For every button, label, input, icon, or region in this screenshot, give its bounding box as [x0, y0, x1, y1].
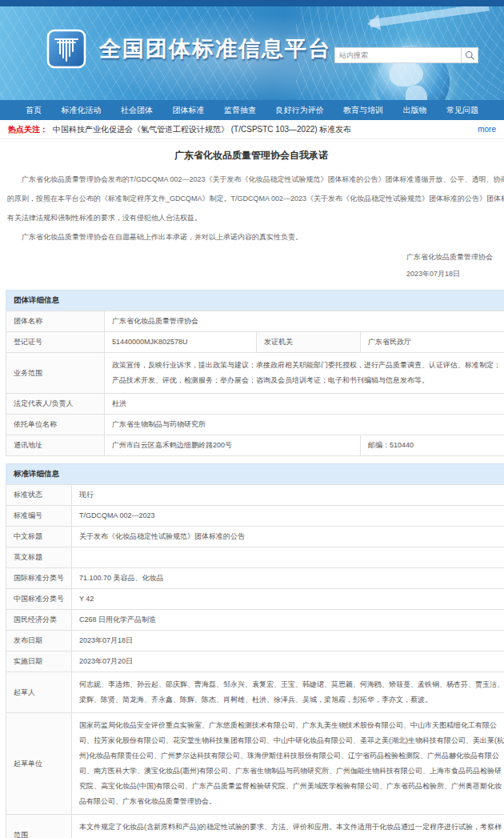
table-row: 起草单位 国家药监局化妆品安全评价重点实验室、广东悠质检测技术有限公司、广东丸美… — [6, 713, 504, 815]
signature-date: 2023年07月18日 — [406, 266, 504, 283]
section-header-group-info: 团体详细信息 — [6, 290, 504, 311]
hot-topics-label: 热点关注： — [8, 124, 48, 135]
field-label: 国际标准分类号 — [6, 568, 72, 589]
table-row: 起草人 何志妮、李适炜、孙云起、邵庆辉、曹海磊、邹永兴、袁复宏、王宝、韩婕珺、莫… — [6, 672, 504, 713]
field-value: 广东省生物制品与药物研究所 — [105, 415, 504, 435]
table-row: 国民经济分类 C268 日用化学产品制造 — [6, 610, 504, 631]
standard-info-table: 标准状态 现行 标准编号 T/GDCQMA 002—2023 中文标题 关于发布… — [6, 484, 504, 838]
nav-item-social-groups[interactable]: 社会团体 — [118, 105, 156, 116]
table-row: 英文标题 — [6, 547, 504, 568]
nav-item-home[interactable]: 首页 — [22, 105, 45, 116]
nav-item-faq[interactable]: 常见问题 — [443, 105, 482, 116]
field-label: 团体名称 — [6, 311, 105, 332]
field-label: 中文标题 — [6, 527, 72, 547]
table-row: 标准状态 现行 — [6, 485, 504, 506]
section-header-standard-info: 标准详细信息 — [6, 463, 504, 484]
nav-item-publications[interactable]: 出版物 — [400, 105, 430, 116]
paragraph-line: 的原则，按照在本平台公布的《标准制定程序文件_GDCQMA》制定。T/GDCQM… — [7, 189, 504, 208]
table-row: 通讯地址 广州市白云区嘉禾鹤边细鹏岭路200号 邮编：510440 — [6, 435, 504, 456]
nav-item-supervision-check[interactable]: 监督抽查 — [221, 105, 259, 116]
field-value: Y 42 — [72, 589, 504, 610]
nav-item-standardization-activities[interactable]: 标准化活动 — [58, 105, 105, 116]
main-content: 广东省化妆品质量管理协会自我承诺 广东省化妆品质量管理协会发布的T/GDCQMA… — [0, 149, 504, 838]
field-label: 法定代表人/负责人 — [6, 394, 105, 415]
field-value: 51440000MJK802578U — [105, 332, 257, 353]
field-label: 起草人 — [6, 672, 72, 713]
hot-topic-link[interactable]: 中国科技产业化促进会《氢气管道工程设计规范》 (T/CSPSTC 103—202… — [53, 124, 351, 135]
field-label: 通讯地址 — [6, 435, 105, 456]
field-value: 杜洪 — [105, 394, 504, 415]
paragraph-line: 广东省化妆品质量管理协会发布的T/GDCQMA 002—2023《关于发布《化妆… — [7, 170, 504, 189]
field-label: 标准状态 — [6, 485, 72, 506]
signature-block: 广东省化妆品质量管理协会 2023年07月18日 — [406, 249, 504, 283]
site-banner: 全国团体标准信息平台 — [0, 6, 504, 100]
field-label: 登记证号 — [6, 332, 105, 353]
field-value: 政策宣传，反映行业诉求，提出政策与建议；承接政府相关职能部门委托授权，进行产品质… — [105, 353, 504, 394]
field-value: 广州市白云区嘉禾鹤边细鹏岭路200号 — [105, 435, 361, 456]
field-value: 国家药监局化妆品安全评价重点实验室、广东悠质检测技术有限公司、广东丸美生物技术股… — [72, 713, 504, 815]
search-button[interactable] — [461, 47, 478, 63]
group-info-table: 团体名称 广东省化妆品质量管理协会 登记证号 51440000MJK802578… — [6, 311, 504, 456]
field-label: 依托单位名称 — [6, 415, 105, 435]
field-value-zip: 邮编：510440 — [361, 435, 504, 456]
main-nav: 首页 标准化活动 社会团体 团体标准 监督抽查 良好行为评价 教育与培训 出版物… — [0, 100, 504, 120]
field-value: 71.100.70 美容品、化妆品 — [72, 568, 504, 589]
field-value: 广东省民政厅 — [361, 332, 504, 353]
field-label: 英文标题 — [6, 547, 72, 568]
field-label: 实施日期 — [6, 652, 72, 672]
nav-item-group-standards[interactable]: 团体标准 — [170, 105, 208, 116]
field-label: 标准编号 — [6, 506, 72, 527]
announcement-title: 广东省化妆品质量管理协会自我承诺 — [6, 149, 497, 162]
field-value: 何志妮、李适炜、孙云起、邵庆辉、曹海磊、邹永兴、袁复宏、王宝、韩婕珺、莫思颖、何… — [72, 672, 504, 713]
field-value: 2023年07月20日 — [72, 652, 504, 672]
page-title: 全国团体标准信息平台 — [99, 34, 331, 63]
table-row: 法定代表人/负责人 杜洪 — [6, 394, 504, 415]
table-row: 登记证号 51440000MJK802578U 发证机关 广东省民政厅 — [6, 332, 504, 353]
field-label: 发证机关 — [257, 332, 361, 353]
table-row: 范围 本文件规定了化妆品(含新原料和产品)的稳定性试验的要求、方法、评价和应用。… — [6, 815, 504, 838]
paragraph-line: 广东省化妆品质量管理协会在自愿基础上作出本承诺，并对以上承诺内容的真实性负责。 — [7, 227, 504, 247]
field-value: 关于发布《化妆品稳定性试验规范》团体标准的公告 — [72, 527, 504, 547]
announcement-paragraph-2: 广东省化妆品质量管理协会在自愿基础上作出本承诺，并对以上承诺内容的真实性负责。 — [7, 227, 504, 247]
field-value: 2023年07月18日 — [72, 631, 504, 652]
top-strip — [0, 0, 504, 6]
hot-topics-bar: 热点关注： 中国科技产业化促进会《氢气管道工程设计规范》 (T/CSPSTC 1… — [0, 120, 504, 139]
announcement-paragraph-1: 广东省化妆品质量管理协会发布的T/GDCQMA 002—2023《关于发布《化妆… — [7, 170, 504, 227]
field-label: 范围 — [6, 815, 72, 838]
field-label: 起草单位 — [6, 713, 72, 815]
field-value — [72, 547, 504, 568]
platform-logo-icon — [46, 29, 86, 69]
signature-org: 广东省化妆品质量管理协会 — [406, 249, 504, 266]
field-label: 发布日期 — [6, 631, 72, 652]
table-row: 标准编号 T/GDCQMA 002—2023 — [6, 506, 504, 527]
search-input[interactable] — [334, 47, 461, 63]
arrow-decoration — [370, 6, 490, 27]
brand: 全国团体标准信息平台 — [46, 29, 331, 69]
nav-item-education-training[interactable]: 教育与培训 — [340, 105, 386, 116]
field-value: 广东省化妆品质量管理协会 — [105, 311, 504, 332]
more-link[interactable]: more — [478, 125, 496, 134]
search-icon — [465, 50, 475, 61]
site-search — [334, 47, 478, 63]
field-value: C268 日用化学产品制造 — [72, 610, 504, 631]
table-row: 团体名称 广东省化妆品质量管理协会 — [6, 311, 504, 332]
field-value: 现行 — [72, 485, 504, 506]
paragraph-line: 有关法律法规和强制性标准的要求，没有侵犯他人合法权益。 — [7, 208, 504, 227]
table-row: 实施日期 2023年07月20日 — [6, 652, 504, 672]
field-value: 本文件规定了化妆品(含新原料和产品)的稳定性试验的要求、方法、评价和应用。本文件… — [72, 815, 504, 838]
nav-item-good-behavior-evaluation[interactable]: 良好行为评价 — [273, 105, 327, 116]
field-label: 业务范围 — [6, 353, 105, 394]
field-value: T/GDCQMA 002—2023 — [72, 506, 504, 527]
field-label: 中国标准分类号 — [6, 589, 72, 610]
table-row: 国际标准分类号 71.100.70 美容品、化妆品 — [6, 568, 504, 589]
table-row: 发布日期 2023年07月18日 — [6, 631, 504, 652]
table-row: 业务范围 政策宣传，反映行业诉求，提出政策与建议；承接政府相关职能部门委托授权，… — [6, 353, 504, 394]
table-row: 依托单位名称 广东省生物制品与药物研究所 — [6, 415, 504, 435]
field-label: 国民经济分类 — [6, 610, 72, 631]
table-row: 中文标题 关于发布《化妆品稳定性试验规范》团体标准的公告 — [6, 527, 504, 547]
table-row: 中国标准分类号 Y 42 — [6, 589, 504, 610]
